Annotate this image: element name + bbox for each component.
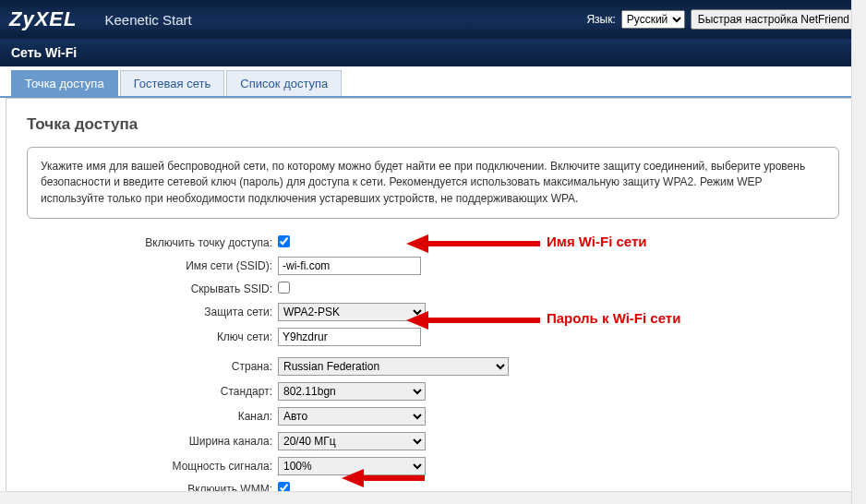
ssid-input[interactable] (278, 257, 421, 275)
tab-guest-network[interactable]: Гостевая сеть (120, 70, 225, 96)
country-label: Страна: (27, 360, 278, 373)
width-label: Ширина канала: (27, 435, 278, 448)
tab-access-list[interactable]: Список доступа (226, 70, 342, 96)
standard-select[interactable]: 802.11bgn (278, 382, 426, 401)
tab-access-point[interactable]: Точка доступа (11, 70, 118, 96)
channel-label: Канал: (27, 410, 278, 423)
page-title: Точка доступа (27, 115, 839, 134)
language-select[interactable]: Русский (621, 10, 685, 29)
security-select[interactable]: WPA2-PSK (278, 303, 426, 321)
width-select[interactable]: 20/40 МГц (278, 432, 426, 450)
app-header: ZyXEL Keenetic Start Язык: Русский Быстр… (0, 0, 866, 39)
header-right: Язык: Русский Быстрая настройка NetFrien… (586, 9, 857, 30)
content-panel: Точка доступа Укажите имя для вашей бесп… (6, 98, 860, 504)
key-label: Ключ сети: (27, 330, 278, 343)
vertical-scrollbar[interactable] (851, 0, 866, 504)
enable-ap-label: Включить точку доступа: (27, 236, 278, 249)
hide-ssid-label: Скрывать SSID: (27, 282, 278, 295)
enable-ap-checkbox[interactable] (278, 235, 290, 247)
power-select[interactable]: 100% (278, 457, 426, 475)
channel-select[interactable]: Авто (278, 407, 426, 426)
section-header: Сеть Wi-Fi (0, 39, 866, 66)
netfriend-button[interactable]: Быстрая настройка NetFriend (691, 9, 857, 30)
info-box: Укажите имя для вашей беспроводной сети,… (27, 147, 839, 219)
ssid-label: Имя сети (SSID): (27, 259, 278, 272)
standard-label: Стандарт: (27, 385, 278, 398)
section-title: Сеть Wi-Fi (11, 45, 77, 60)
product-name: Keenetic Start (104, 12, 191, 28)
hide-ssid-checkbox[interactable] (278, 282, 290, 294)
horizontal-scrollbar[interactable] (0, 491, 851, 504)
power-label: Мощность сигнала: (27, 460, 278, 473)
key-input[interactable] (278, 328, 421, 346)
country-select[interactable]: Russian Federation (278, 357, 509, 376)
language-label: Язык: (586, 13, 615, 26)
brand-logo: ZyXEL (9, 7, 77, 31)
security-label: Защита сети: (27, 306, 278, 318)
tabs-bar: Точка доступа Гостевая сеть Список досту… (0, 70, 866, 98)
